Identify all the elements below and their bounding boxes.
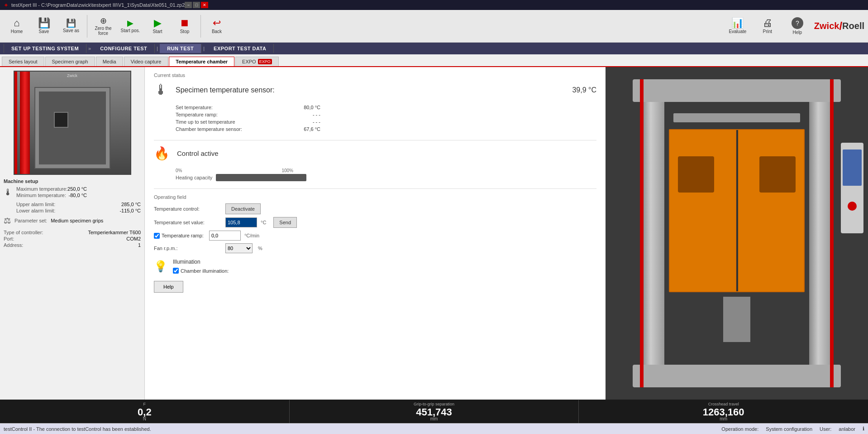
- window-title: testXpert III - C:\ProgramData\zwick\tes…: [11, 2, 185, 8]
- svg-rect-13: [673, 113, 800, 122]
- svg-rect-4: [633, 365, 841, 387]
- chamber-temp-row: Chamber temperature sensor: 67,6 °C: [176, 125, 320, 133]
- nav-tab-run[interactable]: RUN TEST: [160, 44, 201, 53]
- address-row: Address: 1: [4, 242, 141, 248]
- min-temp-row: Minimum temperature: -80,0 °C: [16, 192, 87, 198]
- nav-tab-configure[interactable]: CONFIGURE TEST: [93, 44, 155, 53]
- svg-rect-2: [809, 79, 832, 387]
- capacity-bar-container: Heating capacity: [176, 174, 596, 181]
- time-row: Time up to set temperature - - -: [176, 118, 320, 125]
- close-button[interactable]: ✕: [201, 2, 208, 8]
- nav-tab-export[interactable]: EXPORT TEST DATA: [206, 44, 274, 53]
- print-button[interactable]: 🖨 Print: [754, 12, 781, 41]
- app-icon: ✦: [4, 2, 9, 9]
- sub-tab-series-layout[interactable]: Series layout: [2, 57, 44, 66]
- temp-set-input[interactable]: [225, 217, 257, 227]
- port-row: Port: COM2: [4, 236, 141, 242]
- operating-field: Operating field Temperature control: Dea…: [154, 194, 596, 253]
- back-icon: ↩: [213, 18, 221, 28]
- save-button[interactable]: 💾 Save: [31, 12, 57, 41]
- svg-rect-12: [830, 79, 834, 387]
- divider-2: [154, 188, 596, 189]
- current-status-header: Current status: [154, 72, 596, 78]
- stop-icon: ⏹: [180, 18, 190, 28]
- machine-temp-info: Maximum temperature: 250,0 °C Minimum te…: [16, 186, 87, 198]
- machine-temp-icon-row: 🌡 Maximum temperature: 250,0 °C Minimum …: [4, 186, 141, 198]
- machine-image-inner: Zwick: [14, 72, 130, 174]
- expo-badge: EXPO: [258, 59, 272, 64]
- temperature-control-row: Temperature control: Deactivate: [154, 203, 596, 214]
- machine-body: [34, 87, 110, 169]
- crosshead-travel-cell: Crosshead travel 1263,160 mm: [579, 400, 868, 423]
- minimize-button[interactable]: −: [185, 2, 192, 8]
- grip-separation-cell: Grip-to-grip separation 451,743 mm: [290, 400, 579, 423]
- alarm-limits-section: Upper alarm limit: 285,0 °C Lower alarm …: [16, 201, 141, 214]
- user-label: User:: [820, 426, 831, 432]
- help-btn-area: Help: [154, 281, 596, 293]
- chamber-illumination-row: Chamber illumination:: [173, 268, 229, 274]
- save-icon: 💾: [38, 18, 50, 28]
- sub-tab-video-capture[interactable]: Video capture: [124, 57, 168, 66]
- fan-select[interactable]: 80: [225, 243, 253, 253]
- nav-tabs: SET UP TESTING SYSTEM » CONFIGURE TEST |…: [0, 43, 868, 54]
- save-as-icon: 💾: [66, 19, 76, 27]
- svg-rect-17: [843, 149, 862, 186]
- stop-button[interactable]: ⏹ Stop: [172, 12, 198, 41]
- right-machine-image: ZwickRoell: [606, 67, 868, 400]
- maximize-button[interactable]: □: [193, 2, 200, 8]
- control-active-icon: 🔥: [154, 146, 170, 161]
- operating-field-title: Operating field: [154, 194, 596, 200]
- svg-rect-6: [670, 130, 736, 291]
- temp-ramp-row-op: Temperature ramp: °C/min: [154, 231, 596, 241]
- help-toolbar-button[interactable]: ? Help: [784, 12, 811, 41]
- zero-force-button[interactable]: ⊕ Zero the force: [90, 12, 116, 41]
- save-as-button[interactable]: 💾 Save as: [58, 12, 84, 41]
- svg-rect-14: [723, 297, 750, 342]
- svg-point-18: [848, 202, 857, 211]
- sub-tab-specimen-graph[interactable]: Specimen graph: [45, 57, 95, 66]
- start-pos-button[interactable]: ▶ Start pos.: [117, 12, 143, 41]
- temp-ramp-input[interactable]: [209, 231, 241, 241]
- back-button[interactable]: ↩ Back: [204, 12, 230, 41]
- weight-icon: ⚖: [4, 216, 11, 226]
- sub-tab-temperature-chamber[interactable]: Temperature chamber: [169, 57, 234, 66]
- temp-ramp-checkbox[interactable]: [154, 233, 160, 239]
- status-bar: testControl II - The connection to testC…: [0, 423, 868, 434]
- zwick-logo: Zwick/Roell: [814, 20, 864, 33]
- specimen-temp-label: Specimen temperature sensor:: [176, 86, 275, 94]
- print-icon: 🖨: [763, 18, 773, 28]
- machine-brand-label: Zwick: [67, 73, 77, 78]
- parameter-set-row: ⚖ Parameter set: Medium specimen grips: [4, 216, 141, 226]
- deactivate-button[interactable]: Deactivate: [225, 203, 261, 214]
- machine-setup-title: Machine setup: [4, 178, 141, 184]
- toolbar-sep-1: [87, 15, 87, 38]
- home-button[interactable]: ⌂ Home: [4, 12, 30, 41]
- help-icon: ?: [792, 17, 803, 29]
- sub-tabs: Series layout Specimen graph Media Video…: [0, 54, 868, 67]
- chamber-illumination-checkbox[interactable]: [173, 268, 179, 274]
- temp-set-value-row: Temperature set value: °C Send: [154, 217, 596, 228]
- nav-tab-setup[interactable]: SET UP TESTING SYSTEM: [4, 44, 86, 53]
- fan-rpm-row: Fan r.p.m.: 80 %: [154, 243, 596, 253]
- user-value: anlabor: [839, 426, 855, 432]
- sub-tab-media[interactable]: Media: [96, 57, 123, 66]
- evaluate-button[interactable]: 📊 Evaluate: [725, 12, 751, 41]
- specimen-temp-value: 39,9 °C: [572, 86, 596, 94]
- operation-mode-label: Operation mode:: [721, 426, 758, 432]
- status-right: Operation mode: System configuration Use…: [721, 426, 864, 432]
- machine-image: Zwick: [14, 71, 131, 175]
- send-button[interactable]: Send: [273, 217, 297, 228]
- divider-1: [154, 140, 596, 140]
- svg-rect-7: [738, 130, 804, 291]
- specimen-temp-row: 🌡 Specimen temperature sensor: 39,9 °C: [154, 82, 596, 98]
- svg-rect-11: [640, 79, 644, 387]
- parameter-set-info: Parameter set: Medium specimen grips: [14, 217, 103, 224]
- start-button[interactable]: ▶ Start: [144, 12, 171, 41]
- svg-rect-9: [678, 156, 714, 193]
- illumination-icon: 💡: [154, 260, 167, 273]
- max-temp-row: Maximum temperature: 250,0 °C: [16, 186, 87, 192]
- upper-alarm-row: Upper alarm limit: 285,0 °C: [16, 201, 141, 207]
- operation-mode-value: System configuration: [766, 426, 812, 432]
- help-button[interactable]: Help: [154, 281, 183, 293]
- sub-tab-expo[interactable]: EXPO EXPO: [235, 57, 279, 66]
